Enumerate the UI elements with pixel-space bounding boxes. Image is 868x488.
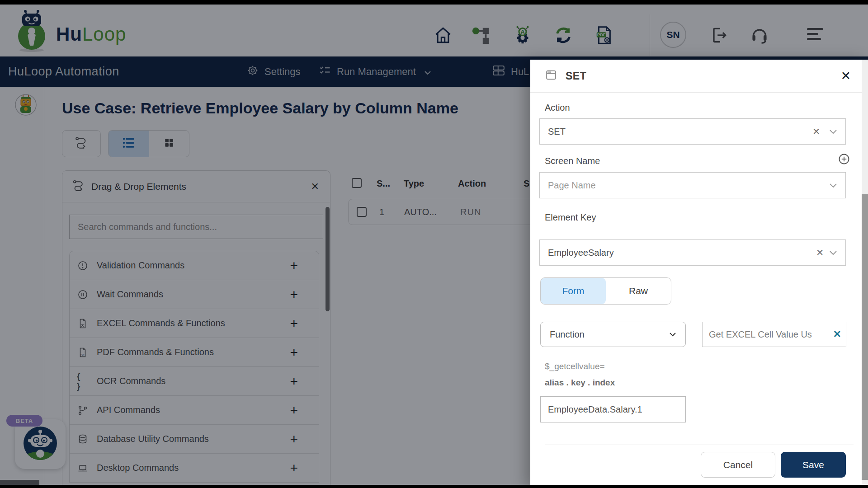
value-type-select[interactable]: Function xyxy=(540,322,686,347)
value-mode-tabs: Form Raw xyxy=(540,277,671,305)
add-screen-icon[interactable] xyxy=(838,153,850,167)
chevron-down-icon[interactable] xyxy=(829,250,837,255)
page-scrollbar-thumb[interactable] xyxy=(862,194,868,480)
screen-name-label: Screen Name xyxy=(545,156,600,166)
clear-icon[interactable]: ✕ xyxy=(816,247,824,258)
action-label: Action xyxy=(545,103,570,113)
element-key-label: Element Key xyxy=(545,212,596,223)
window-icon xyxy=(545,69,557,83)
save-button[interactable]: Save xyxy=(781,452,846,478)
chevron-down-icon[interactable] xyxy=(829,129,837,134)
formula-value-field xyxy=(540,396,686,422)
screen-name-placeholder: Page Name xyxy=(548,180,596,191)
function-value-input[interactable] xyxy=(703,322,846,347)
tab-form[interactable]: Form xyxy=(541,278,606,304)
function-value-field: ✕ xyxy=(702,322,846,347)
action-select[interactable]: SET ✕ xyxy=(539,118,846,145)
page-scrollbar[interactable] xyxy=(862,60,868,488)
formula-value-input[interactable] xyxy=(541,397,685,422)
cancel-button[interactable]: Cancel xyxy=(701,452,775,478)
footer-divider xyxy=(545,445,854,445)
chevron-down-icon[interactable] xyxy=(829,183,837,188)
chevron-down-icon xyxy=(669,332,676,337)
screen-name-select[interactable]: Page Name xyxy=(539,172,846,198)
value-type-value: Function xyxy=(550,329,585,340)
action-select-value: SET xyxy=(548,127,566,137)
close-icon[interactable]: ✕ xyxy=(840,69,851,83)
top-black-strip xyxy=(0,0,868,5)
bottom-black-strip xyxy=(0,485,868,488)
element-key-value: EmployeeSalary xyxy=(548,248,614,258)
formula-prefix-text: $_getcellvalue= xyxy=(545,361,605,371)
set-drawer: SET ✕ Action SET ✕ Screen Name Page Name… xyxy=(530,60,868,488)
element-key-select[interactable]: EmployeeSalary ✕ xyxy=(539,239,846,266)
app-screen: HuLoop A xyxy=(0,0,868,488)
set-drawer-title: SET xyxy=(566,70,586,82)
clear-icon[interactable]: ✕ xyxy=(812,126,820,137)
tab-raw[interactable]: Raw xyxy=(606,278,671,304)
set-drawer-header: SET ✕ xyxy=(530,60,868,93)
clear-icon[interactable]: ✕ xyxy=(833,328,841,340)
formula-hint-text: alias . key . index xyxy=(545,378,615,388)
